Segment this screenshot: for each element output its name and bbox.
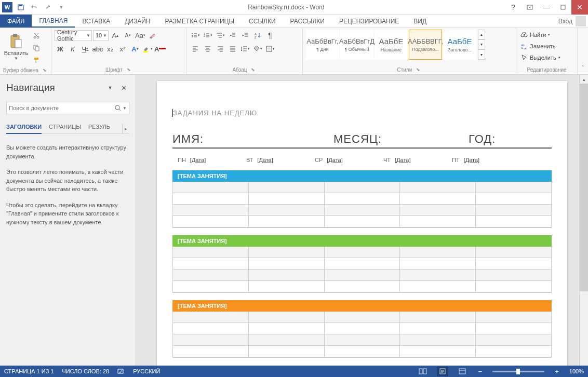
- table-cell[interactable]: [400, 182, 476, 193]
- undo-icon[interactable]: [28, 1, 41, 14]
- superscript-button[interactable]: x²: [117, 43, 128, 55]
- format-painter-icon[interactable]: [31, 55, 42, 66]
- styles-dialog-launcher[interactable]: ⬊: [415, 66, 421, 73]
- table-cell[interactable]: [173, 193, 249, 205]
- help-icon[interactable]: ?: [505, 0, 522, 15]
- table-cell[interactable]: [173, 182, 249, 193]
- table-cell[interactable]: [325, 346, 400, 357]
- table-cell[interactable]: [476, 270, 551, 281]
- table-cell[interactable]: [476, 182, 551, 193]
- select-button[interactable]: Выделить▾: [519, 52, 562, 63]
- nav-options-icon[interactable]: ▼: [104, 82, 116, 93]
- style-item[interactable]: АаБбЕНазвание: [375, 30, 408, 60]
- zoom-in-icon[interactable]: +: [553, 368, 561, 375]
- minimize-icon[interactable]: —: [538, 0, 555, 15]
- tab-file[interactable]: ФАЙЛ: [0, 15, 32, 28]
- table-cell[interactable]: [325, 216, 400, 227]
- day-date[interactable]: [Дата]: [190, 157, 206, 163]
- paragraph-dialog-launcher[interactable]: ⬊: [250, 66, 256, 73]
- underline-button[interactable]: Ч▾: [79, 43, 91, 55]
- gallery-up-icon[interactable]: ▴: [478, 30, 485, 39]
- table-cell[interactable]: [400, 193, 476, 205]
- table-cell[interactable]: [325, 258, 400, 270]
- table-cell[interactable]: [325, 247, 400, 258]
- vertical-scrollbar[interactable]: ▴: [579, 75, 588, 366]
- table-cell[interactable]: [249, 258, 325, 270]
- table-row[interactable]: [173, 205, 551, 216]
- view-read-icon[interactable]: [417, 367, 429, 376]
- qat-customize-icon[interactable]: ▼: [55, 1, 68, 14]
- nav-close-icon[interactable]: ✕: [118, 82, 129, 93]
- scroll-thumb[interactable]: [580, 84, 588, 291]
- word-app-icon[interactable]: W: [1, 1, 14, 14]
- font-dialog-launcher[interactable]: ⬊: [126, 66, 132, 73]
- table-cell[interactable]: [173, 205, 249, 216]
- sign-in[interactable]: Вход: [558, 15, 588, 28]
- table-cell[interactable]: [249, 270, 325, 281]
- table-cell[interactable]: [476, 205, 551, 216]
- paste-button[interactable]: Вставить ▼: [3, 30, 29, 64]
- table-cell[interactable]: [400, 334, 476, 346]
- table-cell[interactable]: [173, 346, 249, 357]
- section-3-grid[interactable]: [172, 312, 552, 358]
- nav-tab-overflow-icon[interactable]: ▸: [122, 124, 129, 133]
- table-cell[interactable]: [325, 281, 400, 292]
- table-cell[interactable]: [400, 323, 476, 334]
- collapse-ribbon-icon[interactable]: ˆ: [578, 28, 588, 74]
- table-cell[interactable]: [325, 270, 400, 281]
- table-cell[interactable]: [249, 312, 325, 323]
- decrease-indent-icon[interactable]: [227, 30, 238, 41]
- table-row[interactable]: [173, 247, 551, 258]
- zoom-out-icon[interactable]: −: [476, 368, 485, 375]
- table-cell[interactable]: [476, 258, 551, 270]
- table-cell[interactable]: [400, 258, 476, 270]
- show-marks-icon[interactable]: ¶: [264, 30, 276, 41]
- table-cell[interactable]: [325, 312, 400, 323]
- tab-references[interactable]: ССЫЛКИ: [242, 15, 283, 28]
- cut-icon[interactable]: [31, 30, 42, 41]
- gallery-down-icon[interactable]: ▾: [478, 39, 485, 49]
- status-page[interactable]: СТРАНИЦА 1 ИЗ 1: [4, 368, 54, 374]
- table-cell[interactable]: [173, 312, 249, 323]
- search-options-icon[interactable]: ▼: [123, 106, 127, 111]
- tab-view[interactable]: ВИД: [406, 15, 434, 28]
- table-cell[interactable]: [173, 323, 249, 334]
- gallery-more-icon[interactable]: ▾: [478, 49, 485, 60]
- table-cell[interactable]: [400, 270, 476, 281]
- tab-layout[interactable]: РАЗМЕТКА СТРАНИЦЫ: [158, 15, 242, 28]
- table-cell[interactable]: [400, 281, 476, 292]
- table-row[interactable]: [173, 346, 551, 357]
- search-icon[interactable]: [114, 104, 122, 112]
- table-cell[interactable]: [476, 281, 551, 292]
- day-date[interactable]: [Дата]: [464, 157, 479, 163]
- section-2-grid[interactable]: [172, 247, 552, 293]
- tab-review[interactable]: РЕЦЕНЗИРОВАНИЕ: [332, 15, 406, 28]
- text-effects-icon[interactable]: A▾: [129, 43, 141, 55]
- table-cell[interactable]: [400, 247, 476, 258]
- table-cell[interactable]: [476, 312, 551, 323]
- table-cell[interactable]: [476, 216, 551, 227]
- table-cell[interactable]: [325, 323, 400, 334]
- align-center-icon[interactable]: [202, 43, 213, 55]
- line-spacing-icon[interactable]: ▾: [239, 43, 251, 55]
- bullets-icon[interactable]: ▾: [190, 30, 201, 41]
- section-1-grid[interactable]: [172, 182, 552, 228]
- table-cell[interactable]: [325, 193, 400, 205]
- table-row[interactable]: [173, 182, 551, 193]
- styles-gallery[interactable]: АаБбВвГг,¶ ДниАаБбВвГгД¶ ОбычныйАаБбЕНаз…: [306, 30, 476, 60]
- table-cell[interactable]: [249, 346, 325, 357]
- table-cell[interactable]: [400, 346, 476, 357]
- clipboard-dialog-launcher[interactable]: ⬊: [42, 67, 48, 73]
- table-cell[interactable]: [325, 205, 400, 216]
- table-cell[interactable]: [173, 258, 249, 270]
- replace-button[interactable]: abacЗаменить: [519, 41, 562, 51]
- style-item[interactable]: АаБбВвГг,¶ Дни: [306, 30, 339, 60]
- table-row[interactable]: [173, 334, 551, 346]
- shrink-font-icon[interactable]: A▾: [122, 30, 133, 41]
- clear-formatting-icon[interactable]: [147, 30, 158, 41]
- table-cell[interactable]: [476, 247, 551, 258]
- status-words[interactable]: ЧИСЛО СЛОВ: 28: [62, 368, 110, 374]
- nav-tab-pages[interactable]: СТРАНИЦЫ: [49, 124, 81, 133]
- strikethrough-button[interactable]: abc: [92, 43, 103, 55]
- table-row[interactable]: [173, 216, 551, 227]
